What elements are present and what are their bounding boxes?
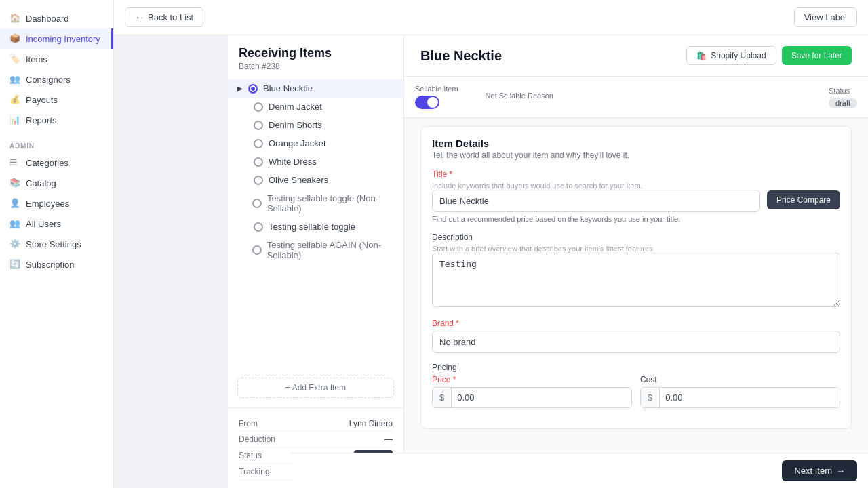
- item-label: Testing sellable toggle (Non-Sellable): [267, 193, 394, 214]
- panel-header: Receiving Items Batch #238: [228, 35, 403, 74]
- back-arrow-icon: ←: [135, 12, 144, 22]
- dashboard-icon: 🏠: [9, 13, 20, 24]
- list-item[interactable]: Denim Shorts: [228, 116, 403, 134]
- payouts-icon: 💰: [9, 94, 20, 105]
- tracking-label: Tracking: [239, 467, 270, 476]
- deduction-row: Deduction —: [239, 432, 393, 447]
- radio-button[interactable]: [254, 102, 263, 112]
- shopify-upload-label: Shopify Upload: [711, 51, 766, 60]
- view-label-button[interactable]: View Label: [794, 7, 857, 27]
- next-item-label: Next Item: [794, 466, 832, 476]
- sidebar-label-items: Items: [26, 54, 47, 64]
- back-label: Back to List: [148, 12, 193, 22]
- sidebar-item-dashboard[interactable]: 🏠 Dashboard: [0, 8, 113, 28]
- consignors-icon: 👥: [9, 74, 20, 85]
- required-asterisk: *: [447, 169, 452, 179]
- radio-button[interactable]: [254, 139, 263, 148]
- price-compare-button[interactable]: Price Compare: [767, 190, 840, 209]
- sidebar-item-incoming-inventory[interactable]: 📦 Incoming Inventory: [0, 28, 113, 49]
- title-field-label: Title *: [432, 169, 840, 179]
- from-row: From Lynn Dinero: [239, 416, 393, 432]
- price-input-group: $: [432, 387, 632, 408]
- radio-button[interactable]: [254, 157, 263, 167]
- sidebar-item-consignors[interactable]: 👥 Consignors: [0, 69, 113, 89]
- title-input-wrap: [432, 190, 760, 212]
- description-hint: Start with a brief overview that describ…: [432, 245, 840, 253]
- reports-icon: 📊: [9, 115, 20, 125]
- shopify-upload-button[interactable]: 🛍️ Shopify Upload: [686, 46, 776, 65]
- title-input[interactable]: [432, 190, 760, 212]
- list-item[interactable]: Denim Jacket: [228, 98, 403, 116]
- price-compare-hint: Find out a recommended price based on th…: [432, 215, 840, 223]
- list-item[interactable]: Testing sellable toggle (Non-Sellable): [228, 189, 403, 218]
- status-field-label: Status: [829, 87, 857, 95]
- list-item[interactable]: ▶ Blue Necktie: [228, 79, 403, 98]
- cost-input-group: $: [640, 387, 840, 408]
- list-item[interactable]: Testing sellable AGAIN (Non-Sellable): [228, 236, 403, 264]
- sellable-item-section: Sellable Item: [415, 85, 458, 109]
- admin-section-label: ADMIN: [0, 136, 113, 152]
- sidebar-item-all-users[interactable]: 👥 All Users: [0, 214, 113, 234]
- deduction-value: —: [384, 434, 393, 444]
- list-item[interactable]: Testing sellable toggle: [228, 218, 403, 236]
- top-bar: ← Back to List View Label: [114, 0, 868, 35]
- radio-button[interactable]: [254, 222, 263, 232]
- store-settings-icon: ⚙️: [9, 239, 20, 249]
- item-label: Blue Necktie: [263, 83, 313, 94]
- sidebar-item-subscription[interactable]: 🔄 Subscription: [0, 254, 113, 274]
- categories-icon: ☰: [9, 157, 20, 168]
- add-extra-item-button[interactable]: + Add Extra Item: [237, 378, 394, 398]
- sidebar-item-catalog[interactable]: 📚 Catalog: [0, 173, 113, 193]
- item-details-card: Item Details Tell the world all about yo…: [420, 126, 852, 429]
- panel-title: Receiving Items: [239, 46, 393, 60]
- description-textarea[interactable]: Testing: [432, 253, 840, 307]
- from-value: Lynn Dinero: [349, 419, 393, 428]
- radio-button[interactable]: [254, 121, 263, 130]
- item-label: White Dress: [269, 157, 317, 167]
- radio-button[interactable]: [252, 245, 262, 255]
- sidebar-item-categories[interactable]: ☰ Categories: [0, 152, 113, 173]
- sidebar-item-store-settings[interactable]: ⚙️ Store Settings: [0, 234, 113, 254]
- catalog-icon: 📚: [9, 178, 20, 188]
- sidebar-label-reports: Reports: [26, 115, 57, 125]
- form-area: Item Details Tell the world all about yo…: [404, 126, 868, 486]
- save-for-later-button[interactable]: Save for Later: [782, 46, 852, 65]
- sidebar-label-all-users: All Users: [26, 219, 61, 229]
- deduction-label: Deduction: [239, 434, 275, 444]
- sidebar-item-reports[interactable]: 📊 Reports: [0, 110, 113, 130]
- status-section: Status draft: [829, 87, 857, 108]
- price-input[interactable]: [452, 388, 631, 407]
- sidebar-item-payouts[interactable]: 💰 Payouts: [0, 89, 113, 110]
- sidebar-item-employees[interactable]: 👤 Employees: [0, 193, 113, 214]
- left-panel: Receiving Items Batch #238 ▶ Blue Neckti…: [228, 35, 404, 488]
- price-currency-symbol: $: [433, 388, 452, 407]
- toggle-knob: [427, 97, 438, 108]
- list-item[interactable]: Orange Jacket: [228, 134, 403, 152]
- sidebar-label-incoming-inventory: Incoming Inventory: [26, 34, 100, 44]
- list-item[interactable]: White Dress: [228, 152, 403, 171]
- price-field-label: Price *: [432, 375, 632, 384]
- sidebar-item-items[interactable]: 🏷️ Items: [0, 49, 113, 69]
- sidebar-label-dashboard: Dashboard: [26, 14, 69, 24]
- incoming-inventory-icon: 📦: [9, 33, 20, 44]
- employees-icon: 👤: [9, 198, 20, 209]
- brand-input[interactable]: [432, 331, 840, 353]
- radio-button[interactable]: [248, 84, 258, 94]
- radio-button[interactable]: [252, 199, 262, 208]
- brand-field-group: Brand *: [432, 319, 840, 353]
- brand-required: *: [454, 319, 459, 328]
- sellable-item-label: Sellable Item: [415, 85, 458, 93]
- item-label: Testing sellable toggle: [269, 222, 355, 232]
- sidebar-label-categories: Categories: [26, 158, 68, 168]
- play-icon: ▶: [237, 85, 243, 92]
- cost-input[interactable]: [660, 388, 840, 407]
- subscription-icon: 🔄: [9, 259, 20, 270]
- sellable-toggle[interactable]: [415, 96, 439, 109]
- bottom-bar: Next Item →: [290, 453, 868, 488]
- list-item[interactable]: Olive Sneakers: [228, 171, 403, 189]
- sidebar-label-employees: Employees: [26, 199, 69, 209]
- next-item-button[interactable]: Next Item →: [782, 460, 857, 481]
- pricing-row: Price * $ Cost $: [432, 375, 840, 408]
- back-to-list-button[interactable]: ← Back to List: [125, 7, 203, 27]
- radio-button[interactable]: [254, 176, 263, 185]
